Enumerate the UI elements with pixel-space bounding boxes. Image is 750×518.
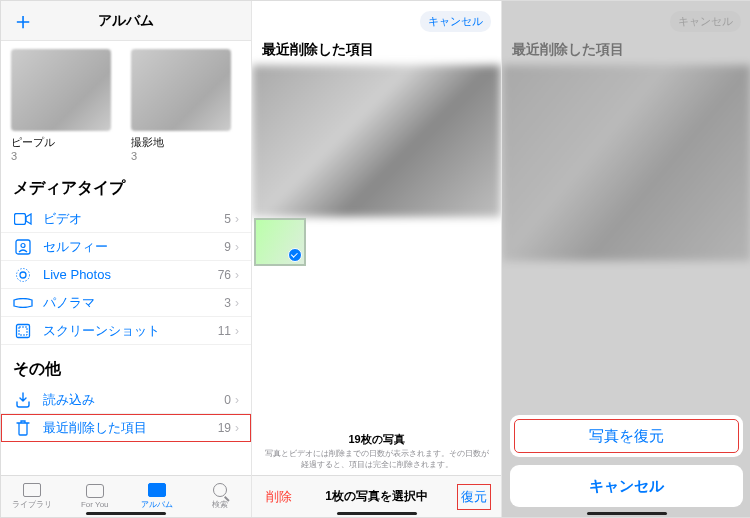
chevron-right-icon: › <box>235 296 239 310</box>
row-live-photos[interactable]: Live Photos 76 › <box>1 261 251 289</box>
pane2-toolbar: 削除 1枚の写真を選択中 復元 <box>252 475 501 517</box>
selection-checkmark-icon <box>288 248 302 262</box>
row-count: 5 <box>224 212 231 226</box>
row-imports[interactable]: 読み込み 0 › <box>1 386 251 414</box>
svg-rect-6 <box>19 327 27 335</box>
row-label: ビデオ <box>43 210 224 228</box>
row-videos[interactable]: ビデオ 5 › <box>1 205 251 233</box>
photo-count-label: 19枚の写真 <box>264 432 489 447</box>
tab-label: ライブラリ <box>12 499 52 510</box>
delete-button[interactable]: 削除 <box>266 488 292 506</box>
recently-deleted-pane: キャンセル 最近削除した項目 19枚の写真 写真とビデオには削除までの日数が表示… <box>251 1 501 517</box>
live-photos-icon <box>13 265 33 285</box>
chevron-right-icon: › <box>235 393 239 407</box>
recover-button[interactable]: 復元 <box>461 488 487 506</box>
row-selfies[interactable]: セルフィー 9 › <box>1 233 251 261</box>
albums-icon <box>148 483 166 497</box>
media-types-list: ビデオ 5 › セルフィー 9 › Live Photos 76 › パノラマ … <box>1 205 251 345</box>
row-recently-deleted[interactable]: 最近削除した項目 19 › <box>1 414 251 442</box>
video-icon <box>13 209 33 229</box>
photo-grid-preview[interactable] <box>252 65 501 217</box>
other-list: 読み込み 0 › 最近削除した項目 19 › <box>1 386 251 442</box>
album-thumb-count: 3 <box>11 150 111 162</box>
tab-label: アルバム <box>141 499 173 510</box>
row-label: 最近削除した項目 <box>43 419 218 437</box>
pane2-topbar: キャンセル <box>252 1 501 41</box>
add-album-button[interactable]: ＋ <box>11 5 35 37</box>
chevron-right-icon: › <box>235 324 239 338</box>
recover-photo-button[interactable]: 写真を復元 <box>510 415 743 457</box>
trash-icon <box>13 418 33 438</box>
album-thumb-places[interactable]: 撮影地 3 <box>131 49 231 162</box>
selfie-icon <box>13 237 33 257</box>
svg-point-2 <box>21 243 25 247</box>
tab-bar: ライブラリ For You アルバム 検索 <box>1 475 251 517</box>
tab-search[interactable]: 検索 <box>189 476 252 517</box>
tab-library[interactable]: ライブラリ <box>1 476 64 517</box>
row-count: 9 <box>224 240 231 254</box>
cancel-sheet-button[interactable]: キャンセル <box>510 465 743 507</box>
row-count: 19 <box>218 421 231 435</box>
deletion-note: 写真とビデオには削除までの日数が表示されます。その日数が経過すると、項目は完全に… <box>264 448 489 470</box>
row-panorama[interactable]: パノラマ 3 › <box>1 289 251 317</box>
import-icon <box>13 390 33 410</box>
row-label: パノラマ <box>43 294 224 312</box>
album-thumb-image <box>131 49 231 131</box>
album-thumb-label: 撮影地 <box>131 135 231 150</box>
album-thumb-count: 3 <box>131 150 231 162</box>
row-count: 3 <box>224 296 231 310</box>
albums-title: アルバム <box>98 12 154 30</box>
panorama-icon <box>13 293 33 313</box>
home-indicator <box>587 512 667 515</box>
cancel-button[interactable]: キャンセル <box>420 11 491 32</box>
album-thumb-image <box>11 49 111 131</box>
chevron-right-icon: › <box>235 421 239 435</box>
album-thumb-row: ピープル 3 撮影地 3 <box>1 41 251 164</box>
row-count: 0 <box>224 393 231 407</box>
other-heading: その他 <box>1 345 251 386</box>
library-icon <box>23 483 41 497</box>
chevron-right-icon: › <box>235 212 239 226</box>
svg-point-4 <box>17 268 30 281</box>
album-thumb-label: ピープル <box>11 135 111 150</box>
row-count: 11 <box>218 324 231 338</box>
row-label: 読み込み <box>43 391 224 409</box>
albums-topbar: ＋ アルバム <box>1 1 251 41</box>
albums-pane: ＋ アルバム ピープル 3 撮影地 3 メディアタイプ ビデオ 5 › <box>1 1 251 517</box>
svg-rect-5 <box>17 324 30 337</box>
media-types-heading: メディアタイプ <box>1 164 251 205</box>
album-thumb-people[interactable]: ピープル 3 <box>11 49 111 162</box>
row-count: 76 <box>218 268 231 282</box>
tab-albums[interactable]: アルバム <box>126 476 189 517</box>
pane2-title: 最近削除した項目 <box>252 41 501 65</box>
svg-point-3 <box>20 272 26 278</box>
tab-label: For You <box>81 500 109 509</box>
action-sheet: 写真を復元 キャンセル <box>502 407 750 517</box>
chevron-right-icon: › <box>235 268 239 282</box>
row-screenshots[interactable]: スクリーンショット 11 › <box>1 317 251 345</box>
home-indicator <box>86 512 166 515</box>
action-sheet-pane: キャンセル 最近削除した項目 写真を復元 キャンセル <box>501 1 750 517</box>
selection-count: 1枚の写真を選択中 <box>325 488 428 505</box>
search-icon <box>213 483 227 497</box>
for-you-icon <box>86 484 104 498</box>
tab-for-you[interactable]: For You <box>64 476 127 517</box>
selected-photo-thumb[interactable] <box>256 220 304 264</box>
row-label: スクリーンショット <box>43 322 218 340</box>
chevron-right-icon: › <box>235 240 239 254</box>
svg-rect-0 <box>15 213 26 224</box>
row-label: Live Photos <box>43 267 218 282</box>
row-label: セルフィー <box>43 238 224 256</box>
tab-label: 検索 <box>212 499 228 510</box>
info-area: 19枚の写真 写真とビデオには削除までの日数が表示されます。その日数が経過すると… <box>252 427 501 475</box>
screenshot-icon <box>13 321 33 341</box>
home-indicator <box>337 512 417 515</box>
